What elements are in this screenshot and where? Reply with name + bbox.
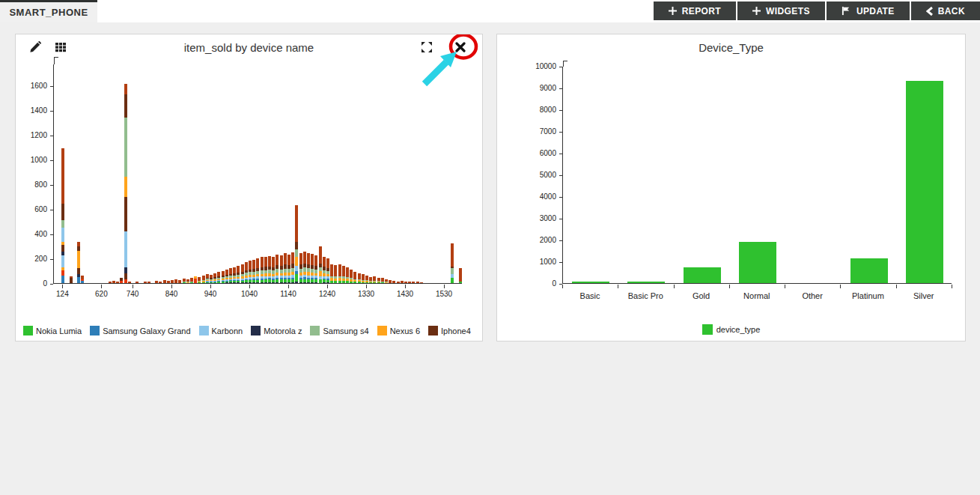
y-tick-label: 8000	[520, 106, 556, 114]
x-tick-label: 124	[46, 290, 79, 298]
legend-swatch	[702, 324, 713, 335]
legend-item: Iphone4	[428, 326, 471, 335]
x-category-label: Gold	[674, 291, 729, 300]
dashboard-page: SMART_PHONE REPORT WIDGETS UPDATE	[0, 0, 980, 495]
x-category-label: Normal	[729, 291, 785, 300]
chevron-left-icon	[926, 7, 933, 16]
bar-basic-pro	[627, 282, 665, 283]
x-tick-label: 1330	[350, 290, 383, 298]
x-category-label: Silver	[896, 291, 952, 300]
bar-silver	[906, 81, 943, 283]
legend-label: Iphone4	[441, 327, 471, 335]
x-tick-label: 1430	[389, 290, 421, 298]
legend-label: Motorola z	[264, 327, 302, 335]
top-bar: SMART_PHONE REPORT WIDGETS UPDATE	[0, 0, 980, 22]
y-tick-label: 600	[16, 205, 47, 213]
y-tick-label: 7000	[520, 127, 556, 136]
legend-item: Karbonn	[199, 326, 243, 335]
right-chart-title: Device_Type	[497, 41, 965, 54]
legend-label: device_type	[716, 325, 761, 334]
bar-platinum	[850, 258, 888, 283]
x-category-label: Platinum	[840, 291, 895, 300]
plus-icon	[669, 7, 677, 15]
widgets-button[interactable]: WIDGETS	[737, 1, 825, 20]
y-tick-label: 3000	[520, 214, 556, 222]
flag-icon	[841, 6, 851, 16]
expand-icon[interactable]	[421, 41, 434, 55]
legend-label: Samsung s4	[323, 327, 368, 335]
legend-label: Samsung Galaxy Grand	[103, 327, 190, 335]
back-button[interactable]: BACK	[911, 1, 980, 20]
y-tick-label: 1400	[16, 106, 47, 115]
y-tick-label: 1600	[16, 82, 47, 90]
bar-gold	[684, 267, 721, 283]
x-tick-label: 620	[85, 290, 118, 298]
x-category-label: Basic	[562, 291, 618, 300]
close-icon[interactable]	[455, 42, 469, 55]
legend-swatch	[428, 326, 438, 335]
widget-device-type: Device_Type 0100020003000400050006000700…	[496, 34, 966, 341]
right-chart-legend: device_type	[497, 324, 965, 335]
legend-item: Samsung Galaxy Grand	[90, 326, 190, 335]
y-tick-label: 800	[16, 180, 47, 189]
x-tick-label: 940	[194, 290, 227, 298]
report-button[interactable]: REPORT	[654, 1, 736, 20]
toolbar: REPORT WIDGETS UPDATE BACK	[654, 1, 980, 20]
legend-label: Nexus 6	[390, 327, 420, 335]
x-tick-label: 1040	[233, 290, 266, 298]
legend-swatch	[377, 326, 387, 335]
legend-swatch	[23, 326, 33, 335]
y-tick-label: 9000	[520, 84, 556, 92]
back-button-label: BACK	[938, 6, 965, 16]
y-tick-label: 2000	[520, 236, 556, 244]
widget-item-sold: item_sold by device name 020040060080010…	[15, 34, 483, 341]
y-tick-label: 200	[16, 255, 47, 263]
bar-basic	[572, 282, 609, 283]
update-button-label: UPDATE	[856, 6, 895, 16]
legend-item: Nokia Lumia	[23, 326, 82, 335]
left-chart-legend: Nokia LumiaSamsung Galaxy GrandKarbonnMo…	[23, 326, 471, 335]
x-category-label: Basic Pro	[618, 291, 673, 300]
right-chart-plot	[562, 67, 952, 284]
legend-item: Nexus 6	[377, 326, 420, 335]
report-button-label: REPORT	[682, 6, 721, 16]
y-tick-label: 5000	[520, 171, 556, 179]
plus-icon	[752, 7, 761, 15]
y-tick-label: 4000	[520, 192, 556, 201]
y-tick-label: 400	[16, 230, 47, 238]
left-chart-title: item_sold by device name	[16, 41, 482, 54]
tab-smart-phone[interactable]: SMART_PHONE	[0, 0, 97, 22]
widgets-button-label: WIDGETS	[766, 6, 810, 16]
left-chart-plot	[53, 64, 462, 284]
y-tick-label: 0	[16, 279, 47, 288]
y-tick-label: 1200	[16, 131, 47, 139]
y-tick-label: 0	[520, 279, 556, 288]
y-tick-label: 6000	[520, 149, 556, 157]
legend-item: Motorola z	[251, 326, 302, 335]
y-tick-label: 1000	[16, 156, 47, 164]
y-tick-label: 10000	[520, 62, 556, 70]
tab-label: SMART_PHONE	[9, 7, 88, 18]
legend-swatch	[251, 326, 261, 335]
bar-normal	[739, 242, 776, 283]
legend-swatch	[90, 326, 100, 335]
x-tick-label: 840	[155, 290, 188, 298]
y-tick-label: 1000	[520, 258, 556, 266]
x-tick-label: 1240	[311, 290, 344, 298]
legend-label: Karbonn	[212, 327, 243, 335]
x-tick-label: 740	[116, 290, 149, 298]
update-button[interactable]: UPDATE	[827, 1, 910, 20]
x-tick-label: 1140	[272, 290, 305, 298]
x-category-label: Other	[785, 291, 840, 300]
legend-item: Samsung s4	[310, 326, 368, 335]
legend-label: Nokia Lumia	[36, 327, 82, 335]
x-tick-label: 1530	[427, 290, 460, 298]
legend-swatch	[310, 326, 320, 335]
legend-swatch	[199, 326, 209, 335]
